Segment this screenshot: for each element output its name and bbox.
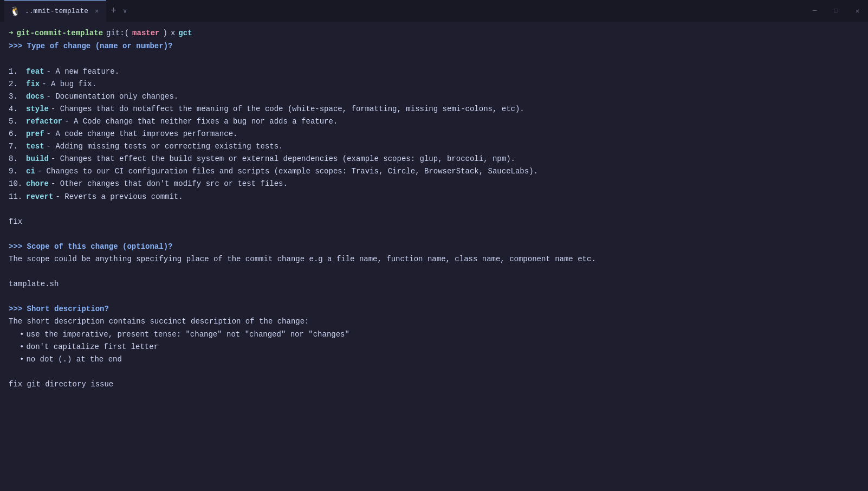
titlebar: 🐧 ..mmit-template ✕ + ∨ — □ ✕	[0, 0, 868, 22]
bullet-2: • don't capitalize first letter	[9, 341, 859, 353]
maximize-button[interactable]: □	[826, 0, 847, 22]
option-6-desc: - A code change that improves performanc…	[47, 128, 238, 140]
option-7-num: 7.	[9, 140, 24, 153]
q1-text: Type of change (name or number)?	[22, 42, 172, 50]
option-9-desc: - Changes to our CI configuration files …	[37, 165, 538, 178]
option-1-keyword: feat	[26, 66, 44, 78]
new-tab-button[interactable]: +	[106, 5, 121, 16]
linux-icon: 🐧	[10, 6, 21, 17]
prompt-command: gct	[178, 27, 192, 39]
option-11-keyword: revert	[26, 191, 53, 203]
option-5: 5. refactor - A Code change that neither…	[9, 115, 859, 128]
option-1-desc: - A new feature.	[47, 66, 119, 78]
option-4-keyword: style	[26, 103, 49, 115]
scope-desc-line: The scope could be anything specifying p…	[9, 253, 859, 266]
answer2-value: tamplate.sh	[9, 280, 59, 288]
q2-arrows: >>>	[9, 242, 22, 251]
option-6: 6. pref - A code change that improves pe…	[9, 128, 859, 140]
bullet-icon-2: •	[20, 341, 24, 353]
scope-description: The scope could be anything specifying p…	[9, 255, 596, 263]
option-9: 9. ci - Changes to our CI configuration …	[9, 165, 859, 178]
close-button[interactable]: ✕	[847, 0, 868, 22]
question3-line: >>> Short description?	[9, 303, 859, 315]
option-7-desc: - Adding missing tests or correcting exi…	[47, 140, 283, 153]
answer3-line: fix git directory issue	[9, 378, 859, 391]
blank3	[9, 228, 859, 241]
option-8: 8. build - Changes that effect the build…	[9, 153, 859, 165]
minimize-button[interactable]: —	[804, 0, 825, 22]
option-8-desc: - Changes that effect the build system o…	[51, 153, 515, 165]
q3-text: Short description?	[22, 305, 109, 313]
tabs-dropdown-icon[interactable]: ∨	[121, 7, 129, 15]
option-8-num: 8.	[9, 153, 24, 165]
option-8-keyword: build	[26, 153, 49, 165]
q3-arrows: >>>	[9, 305, 22, 313]
option-7-keyword: test	[26, 140, 44, 153]
blank5	[9, 290, 859, 303]
bullet-2-text: don't capitalize first letter	[26, 341, 158, 353]
option-3-keyword: docs	[26, 91, 44, 103]
blank6	[9, 366, 859, 378]
answer3-value: fix git directory issue	[9, 380, 113, 389]
short-desc-intro-line: The short description contains succinct …	[9, 315, 859, 328]
bullet-1: • use the imperative, present tense: "ch…	[9, 328, 859, 341]
question2-line: >>> Scope of this change (optional)?	[9, 241, 859, 253]
prompt-directory: git-commit-template	[16, 27, 103, 39]
option-4-num: 4.	[9, 103, 24, 115]
option-7: 7. test - Adding missing tests or correc…	[9, 140, 859, 153]
terminal-tab[interactable]: 🐧 ..mmit-template ✕	[4, 0, 106, 22]
prompt-git-prefix: git:(	[106, 27, 129, 39]
option-11-num: 11.	[9, 191, 24, 203]
q2-text: Scope of this change (optional)?	[22, 242, 172, 251]
option-9-num: 9.	[9, 165, 24, 178]
blank4	[9, 266, 859, 278]
option-5-num: 5.	[9, 115, 24, 128]
prompt-git-status: x	[171, 27, 175, 39]
prompt-branch: master	[132, 27, 159, 39]
answer2-line: tamplate.sh	[9, 278, 859, 290]
bullet-1-text: use the imperative, present tense: "chan…	[26, 328, 349, 341]
option-10-desc: - Other changes that don't modify src or…	[51, 178, 288, 190]
option-2-num: 2.	[9, 78, 24, 91]
bullet-3-text: no dot (.) at the end	[26, 353, 121, 366]
blank1	[9, 53, 859, 65]
option-6-num: 6.	[9, 128, 24, 140]
terminal-body: ➜ git-commit-template git:(master) x gct…	[0, 22, 868, 491]
option-1-num: 1.	[9, 66, 24, 78]
answer1-line: fix	[9, 216, 859, 228]
option-2: 2. fix - A bug fix.	[9, 78, 859, 91]
prompt-arrow-icon: ➜	[9, 27, 13, 39]
option-5-desc: - A Code change that neither fixes a bug…	[64, 115, 338, 128]
prompt-git-suffix: )	[163, 27, 167, 39]
window-controls: — □ ✕	[804, 0, 868, 22]
option-9-keyword: ci	[26, 165, 35, 178]
option-4: 4. style - Changes that do notaffect the…	[9, 103, 859, 115]
short-desc-intro: The short description contains succinct …	[9, 317, 309, 326]
option-10: 10. chore - Other changes that don't mod…	[9, 178, 859, 190]
tab-label: ..mmit-template	[25, 7, 88, 15]
q1-arrows: >>>	[9, 42, 22, 50]
bullet-3: • no dot (.) at the end	[9, 353, 859, 366]
option-4-desc: - Changes that do notaffect the meaning …	[51, 103, 524, 115]
blank2	[9, 203, 859, 216]
option-2-desc: - A bug fix.	[42, 78, 96, 91]
prompt-line: ➜ git-commit-template git:(master) x gct	[9, 27, 859, 39]
option-11: 11. revert - Reverts a previous commit.	[9, 191, 859, 203]
option-5-keyword: refactor	[26, 115, 62, 128]
option-3-desc: - Documentation only changes.	[47, 91, 179, 103]
answer1-value: fix	[9, 217, 22, 226]
option-6-keyword: pref	[26, 128, 44, 140]
bullet-icon-1: •	[20, 328, 24, 341]
option-10-keyword: chore	[26, 178, 49, 190]
option-3: 3. docs - Documentation only changes.	[9, 91, 859, 103]
bullet-icon-3: •	[20, 353, 24, 366]
option-1: 1. feat - A new feature.	[9, 66, 859, 78]
option-3-num: 3.	[9, 91, 24, 103]
question1-line: >>> Type of change (name or number)?	[9, 40, 859, 53]
option-11-desc: - Reverts a previous commit.	[55, 191, 183, 203]
option-10-num: 10.	[9, 178, 24, 190]
options-list: 1. feat - A new feature. 2. fix - A bug …	[9, 66, 859, 203]
tab-close-icon[interactable]: ✕	[95, 7, 99, 15]
option-2-keyword: fix	[26, 78, 40, 91]
